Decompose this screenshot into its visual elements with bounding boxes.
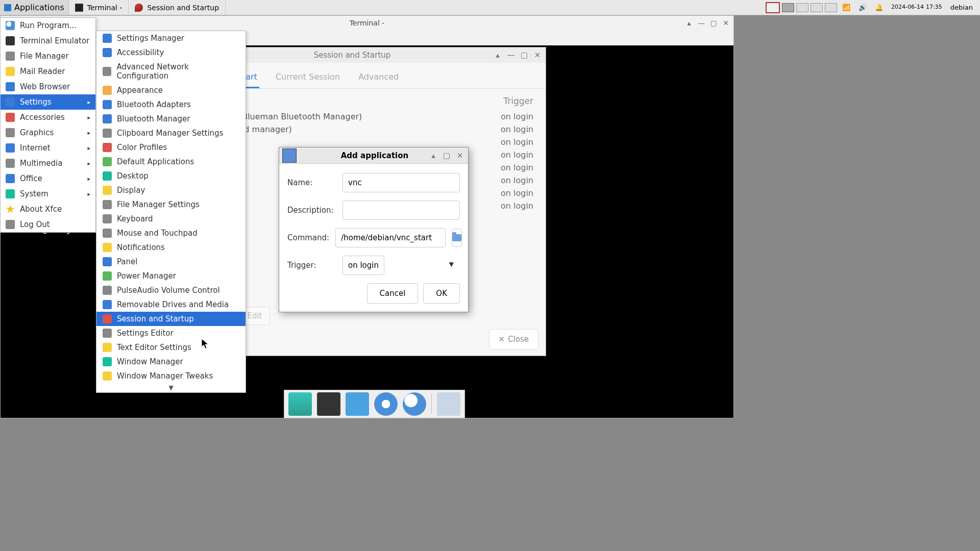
menu-item-mail-reader[interactable]: Mail Reader bbox=[1, 64, 95, 79]
add-application-dialog: Add application ▴ ▢ ✕ Name: Description:… bbox=[279, 147, 469, 312]
add-application-titlebar[interactable]: Add application ▴ ▢ ✕ bbox=[279, 147, 468, 164]
submenu-item-label: Desktop bbox=[117, 171, 149, 181]
window-shade-icon[interactable]: ▴ bbox=[684, 18, 694, 28]
rocket-icon bbox=[135, 4, 143, 12]
applications-label: Applications bbox=[14, 3, 64, 12]
taskbar-item-session-startup[interactable]: Session and Startup bbox=[129, 0, 226, 15]
command-input[interactable] bbox=[335, 228, 446, 247]
submenu-item-color-profiles[interactable]: Color Profiles bbox=[96, 140, 246, 155]
submenu-item-display[interactable]: Display bbox=[96, 183, 246, 197]
window-shade-icon[interactable]: ▴ bbox=[493, 50, 503, 60]
ic-grey-icon bbox=[103, 229, 112, 238]
ic-blue-icon bbox=[103, 48, 112, 57]
menu-item-label: Graphics bbox=[20, 128, 54, 137]
menu-item-terminal-emulator[interactable]: Terminal Emulator bbox=[1, 33, 95, 48]
dock-chromium-icon[interactable] bbox=[374, 392, 398, 416]
menu-item-run-program[interactable]: Run Program... bbox=[1, 18, 95, 33]
browse-button[interactable] bbox=[452, 229, 462, 247]
clock[interactable]: 2024-06-14 17:35 bbox=[888, 3, 945, 11]
user-label[interactable]: debian bbox=[947, 3, 976, 12]
autostart-trigger: on login bbox=[501, 112, 533, 121]
workspace-3[interactable] bbox=[811, 3, 823, 12]
menu-item-web-browser[interactable]: Web Browser bbox=[1, 79, 95, 94]
submenu-item-power-manager[interactable]: Power Manager bbox=[96, 269, 246, 283]
submenu-item-label: Display bbox=[117, 186, 145, 195]
ic-grey-icon bbox=[6, 159, 15, 168]
tab-advanced[interactable]: Advanced bbox=[356, 68, 401, 88]
menu-item-label: Log Out bbox=[20, 220, 50, 229]
name-input[interactable] bbox=[342, 173, 460, 192]
ok-button[interactable]: OK bbox=[423, 283, 460, 304]
submenu-item-window-manager-tweaks[interactable]: Window Manager Tweaks bbox=[96, 369, 246, 383]
close-button[interactable]: ✕Close bbox=[489, 329, 538, 349]
submenu-item-settings-manager[interactable]: Settings Manager bbox=[96, 31, 246, 45]
taskbar-item-terminal[interactable]: Terminal - bbox=[69, 0, 129, 15]
workspace-4[interactable] bbox=[825, 3, 837, 12]
submenu-item-pulseaudio-volume-control[interactable]: PulseAudio Volume Control bbox=[96, 283, 246, 297]
submenu-arrow-icon: ▸ bbox=[87, 114, 90, 121]
ic-red-icon bbox=[103, 314, 112, 323]
dock-show-desktop-icon[interactable] bbox=[288, 392, 312, 416]
submenu-item-file-manager-settings[interactable]: File Manager Settings bbox=[96, 197, 246, 212]
dock-terminal-icon[interactable] bbox=[317, 392, 340, 416]
submenu-item-text-editor-settings[interactable]: Text Editor Settings bbox=[96, 340, 246, 355]
submenu-item-notifications[interactable]: Notifications bbox=[96, 240, 246, 255]
submenu-item-label: Appearance bbox=[117, 86, 163, 95]
menu-item-log-out[interactable]: Log Out bbox=[1, 217, 95, 232]
submenu-item-clipboard-manager-settings[interactable]: Clipboard Manager Settings bbox=[96, 126, 246, 140]
volume-icon[interactable]: 🔊 bbox=[855, 3, 870, 12]
dock-folder-icon[interactable] bbox=[437, 392, 460, 416]
submenu-item-bluetooth-adapters[interactable]: Bluetooth Adapters bbox=[96, 97, 246, 112]
menu-item-internet[interactable]: Internet▸ bbox=[1, 140, 95, 156]
menu-item-accessories[interactable]: Accessories▸ bbox=[1, 110, 95, 125]
window-close-icon[interactable]: ✕ bbox=[721, 18, 730, 28]
window-close-icon[interactable]: ✕ bbox=[455, 151, 465, 161]
dock-files-icon[interactable] bbox=[346, 392, 369, 416]
submenu-item-mouse-and-touchpad[interactable]: Mouse and Touchpad bbox=[96, 226, 246, 240]
description-input[interactable] bbox=[342, 201, 460, 220]
dock-search-icon[interactable] bbox=[403, 392, 426, 416]
ic-teal-icon bbox=[103, 357, 112, 366]
window-minimize-icon[interactable]: — bbox=[506, 50, 516, 60]
submenu-item-default-applications[interactable]: Default Applications bbox=[96, 155, 246, 169]
window-maximize-icon[interactable]: ▢ bbox=[709, 18, 718, 28]
submenu-item-panel[interactable]: Panel bbox=[96, 255, 246, 269]
submenu-item-settings-editor[interactable]: Settings Editor bbox=[96, 326, 246, 340]
dock bbox=[284, 390, 465, 418]
ic-yellow-icon bbox=[103, 186, 112, 195]
screen-recorder-icon[interactable] bbox=[766, 2, 780, 13]
submenu-item-advanced-network-configuration[interactable]: Advanced Network Configuration bbox=[96, 60, 246, 83]
submenu-item-bluetooth-manager[interactable]: Bluetooth Manager bbox=[96, 112, 246, 126]
window-close-icon[interactable]: ✕ bbox=[532, 50, 543, 60]
menu-item-system[interactable]: System▸ bbox=[1, 186, 95, 202]
submenu-item-removable-drives-and-media[interactable]: Removable Drives and Media bbox=[96, 297, 246, 312]
network-icon[interactable]: 📶 bbox=[839, 3, 853, 12]
workspace-1[interactable] bbox=[782, 3, 794, 12]
submenu-item-session-and-startup[interactable]: Session and Startup bbox=[96, 312, 246, 326]
menu-item-settings[interactable]: Settings▸ bbox=[1, 94, 95, 110]
applications-menu-button[interactable]: Applications bbox=[0, 0, 69, 15]
workspace-2[interactable] bbox=[796, 3, 808, 12]
window-minimize-icon[interactable]: — bbox=[697, 18, 706, 28]
submenu-item-desktop[interactable]: Desktop bbox=[96, 169, 246, 183]
terminal-titlebar[interactable]: Terminal - ▴ — ▢ ✕ bbox=[1, 16, 733, 30]
window-shade-icon[interactable]: ▴ bbox=[428, 151, 438, 161]
submenu-item-label: Text Editor Settings bbox=[117, 343, 191, 352]
trigger-select[interactable]: on login bbox=[342, 256, 384, 275]
submenu-item-appearance[interactable]: Appearance bbox=[96, 83, 246, 97]
menu-item-multimedia[interactable]: Multimedia▸ bbox=[1, 156, 95, 171]
menu-item-office[interactable]: Office▸ bbox=[1, 171, 95, 186]
menu-item-graphics[interactable]: Graphics▸ bbox=[1, 125, 95, 140]
scroll-down-icon[interactable]: ▼ bbox=[96, 383, 246, 392]
submenu-item-keyboard[interactable]: Keyboard bbox=[96, 212, 246, 226]
menu-item-file-manager[interactable]: File Manager bbox=[1, 48, 95, 64]
submenu-item-window-manager[interactable]: Window Manager bbox=[96, 355, 246, 369]
tab-current-session[interactable]: Current Session bbox=[274, 68, 342, 88]
submenu-item-accessibility[interactable]: Accessibility bbox=[96, 45, 246, 60]
submenu-item-label: Session and Startup bbox=[117, 314, 194, 323]
window-maximize-icon[interactable]: ▢ bbox=[442, 151, 452, 161]
notifications-icon[interactable]: 🔔 bbox=[872, 3, 886, 12]
cancel-button[interactable]: Cancel bbox=[367, 283, 419, 304]
window-maximize-icon[interactable]: ▢ bbox=[519, 50, 529, 60]
menu-item-about-xfce[interactable]: About Xfce bbox=[1, 202, 95, 217]
